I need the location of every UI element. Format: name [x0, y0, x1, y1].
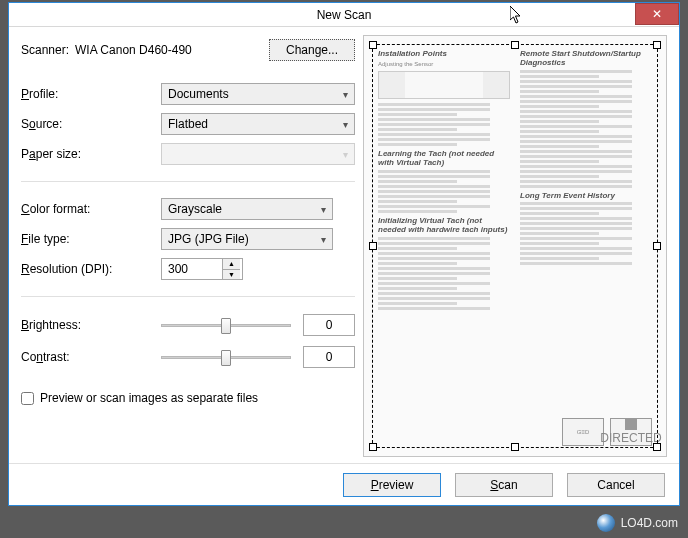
chevron-down-icon: ▾	[321, 204, 326, 215]
scanner-label: Scanner:	[21, 43, 69, 57]
chevron-down-icon: ▾	[343, 119, 348, 130]
preview-panel[interactable]: Installation Points Adjusting the Sensor…	[363, 35, 667, 457]
selection-handle[interactable]	[369, 41, 377, 49]
separator	[21, 296, 355, 297]
preview-selection[interactable]	[372, 44, 658, 448]
dialog-window: New Scan ✕ Scanner: WIA Canon D460-490 C…	[8, 2, 680, 506]
scan-button[interactable]: Scan	[455, 473, 553, 497]
color-format-label: Color format:	[21, 202, 161, 216]
change-scanner-label: Change...	[286, 43, 338, 57]
source-label: Source:	[21, 117, 161, 131]
brightness-value[interactable]: 0	[303, 314, 355, 336]
file-type-select[interactable]: JPG (JPG File) ▾	[161, 228, 333, 250]
selection-handle[interactable]	[653, 242, 661, 250]
selection-handle[interactable]	[653, 41, 661, 49]
contrast-row: Contrast: 0	[21, 343, 355, 371]
color-format-value: Grayscale	[168, 202, 222, 216]
resolution-spinner[interactable]: ▲ ▼	[161, 258, 243, 280]
watermark-text: LO4D.com	[621, 516, 678, 530]
contrast-value[interactable]: 0	[303, 346, 355, 368]
spinner-up-icon[interactable]: ▲	[223, 259, 240, 270]
slider-thumb[interactable]	[221, 350, 231, 366]
scan-button-label: can	[498, 478, 517, 492]
chevron-down-icon: ▾	[343, 89, 348, 100]
spinner-buttons: ▲ ▼	[222, 259, 240, 279]
file-type-label: File type:	[21, 232, 161, 246]
source-select[interactable]: Flatbed ▾	[161, 113, 355, 135]
window-title: New Scan	[9, 8, 679, 22]
file-type-value: JPG (JPG File)	[168, 232, 249, 246]
file-type-row: File type: JPG (JPG File) ▾	[21, 226, 355, 252]
contrast-slider[interactable]	[161, 347, 291, 367]
separate-files-label: Preview or scan images as separate files	[40, 391, 258, 405]
chevron-down-icon: ▾	[343, 149, 348, 160]
resolution-input[interactable]	[162, 259, 222, 279]
slider-thumb[interactable]	[221, 318, 231, 334]
profile-value: Documents	[168, 87, 229, 101]
profile-row: Profile: Documents ▾	[21, 81, 355, 107]
color-format-row: Color format: Grayscale ▾	[21, 196, 355, 222]
selection-handle[interactable]	[511, 443, 519, 451]
selection-handle[interactable]	[369, 443, 377, 451]
resolution-row: Resolution (DPI): ▲ ▼	[21, 256, 355, 282]
color-format-select[interactable]: Grayscale ▾	[161, 198, 333, 220]
titlebar[interactable]: New Scan ✕	[9, 3, 679, 27]
paper-size-label: Paper size:	[21, 147, 161, 161]
watermark-logo-icon	[597, 514, 615, 532]
cancel-button[interactable]: Cancel	[567, 473, 665, 497]
source-row: Source: Flatbed ▾	[21, 111, 355, 137]
dialog-body: Scanner: WIA Canon D460-490 Change... Pr…	[9, 27, 679, 463]
settings-panel: Scanner: WIA Canon D460-490 Change... Pr…	[21, 35, 355, 457]
brightness-slider[interactable]	[161, 315, 291, 335]
paper-size-select: ▾	[161, 143, 355, 165]
profile-label: Profile:	[21, 87, 161, 101]
paper-size-row: Paper size: ▾	[21, 141, 355, 167]
selection-handle[interactable]	[369, 242, 377, 250]
separate-files-checkbox[interactable]	[21, 392, 34, 405]
brightness-row: Brightness: 0	[21, 311, 355, 339]
selection-handle[interactable]	[511, 41, 519, 49]
profile-select[interactable]: Documents ▾	[161, 83, 355, 105]
scanner-row: Scanner: WIA Canon D460-490 Change...	[21, 39, 355, 61]
scanner-name: WIA Canon D460-490	[75, 43, 192, 57]
change-scanner-button[interactable]: Change...	[269, 39, 355, 61]
spinner-down-icon[interactable]: ▼	[223, 270, 240, 280]
close-icon: ✕	[652, 7, 662, 21]
source-value: Flatbed	[168, 117, 208, 131]
separator	[21, 181, 355, 182]
watermark: LO4D.com	[597, 514, 678, 532]
close-button[interactable]: ✕	[635, 3, 679, 25]
resolution-label: Resolution (DPI):	[21, 262, 161, 276]
brightness-label: Brightness:	[21, 318, 161, 332]
chevron-down-icon: ▾	[321, 234, 326, 245]
selection-handle[interactable]	[653, 443, 661, 451]
preview-button[interactable]: Preview	[343, 473, 441, 497]
dialog-footer: Preview Scan Cancel	[9, 463, 679, 505]
preview-button-label: review	[379, 478, 414, 492]
separate-files-row: Preview or scan images as separate files	[21, 391, 355, 405]
contrast-label: Contrast:	[21, 350, 161, 364]
